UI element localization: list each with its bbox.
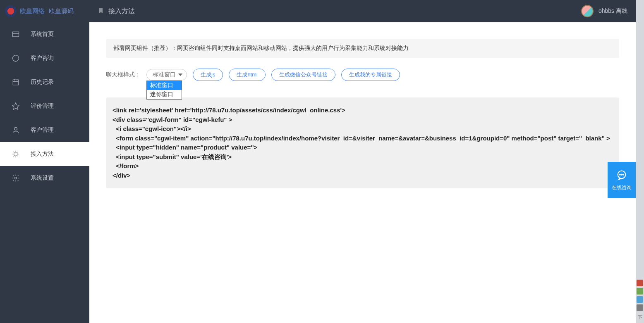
brand-header: 欧皇网络 欧皇源码 <box>0 0 89 22</box>
controls-row: 聊天框样式： 标准窗口 标准窗口 迷你窗口 生成js 生成html 生成微信公众… <box>106 69 619 81</box>
sidebar-item-label: 历史记录 <box>31 78 54 86</box>
svg-line-14 <box>13 152 14 153</box>
svg-point-8 <box>14 127 17 130</box>
window-icon <box>12 30 20 38</box>
sidebar-item-label: 评价管理 <box>31 102 54 110</box>
page-title: 接入方法 <box>108 7 135 16</box>
generate-js-button[interactable]: 生成js <box>193 69 223 81</box>
svg-line-17 <box>17 152 18 153</box>
user-status[interactable]: ohbbs 离线 <box>599 7 627 15</box>
tray-icon[interactable] <box>637 304 643 311</box>
gear-icon <box>12 174 20 182</box>
generate-html-button[interactable]: 生成html <box>229 69 266 81</box>
rail-footer-text: 下 <box>638 314 642 321</box>
sidebar-item-label: 客户管理 <box>31 126 54 134</box>
style-select-value: 标准窗口 <box>153 71 176 78</box>
svg-line-15 <box>17 155 18 157</box>
user-icon <box>12 126 20 134</box>
sidebar-item-label: 客户咨询 <box>31 55 54 62</box>
chat-icon <box>616 169 627 181</box>
svg-point-9 <box>14 152 17 156</box>
dropdown-option-mini[interactable]: 迷你窗口 <box>147 90 182 99</box>
circle-icon <box>12 54 20 62</box>
sidebar-item-customers[interactable]: 客户管理 <box>0 118 89 142</box>
style-dropdown: 标准窗口 迷你窗口 <box>146 81 182 100</box>
style-select-wrap: 标准窗口 标准窗口 迷你窗口 <box>146 69 187 81</box>
sidebar: 欧皇网络 欧皇源码 系统首页 客户咨询 历史记录 <box>0 0 89 323</box>
tray-icon[interactable] <box>637 288 643 294</box>
float-consult-widget[interactable]: 在线咨询 <box>608 162 636 198</box>
system-tray-rail: 下 <box>636 0 644 323</box>
plug-icon <box>12 150 20 158</box>
svg-point-22 <box>623 174 624 175</box>
style-select[interactable]: 标准窗口 <box>146 69 187 81</box>
tray-icon[interactable] <box>637 280 643 286</box>
sidebar-item-history[interactable]: 历史记录 <box>0 70 89 94</box>
topbar: 接入方法 ohbbs 离线 <box>89 0 636 22</box>
sidebar-item-consult[interactable]: 客户咨询 <box>0 46 89 70</box>
tray-icon[interactable] <box>637 296 643 303</box>
generate-wechat-button[interactable]: 生成微信公众号链接 <box>271 69 335 81</box>
brand-name1: 欧皇网络 <box>20 7 45 15</box>
sidebar-item-label: 系统设置 <box>31 174 54 182</box>
dropdown-option-standard[interactable]: 标准窗口 <box>147 81 182 90</box>
svg-line-16 <box>13 155 14 157</box>
chevron-down-icon <box>178 74 182 76</box>
sidebar-item-home[interactable]: 系统首页 <box>0 22 89 46</box>
sidebar-menu: 系统首页 客户咨询 历史记录 评价管理 <box>0 22 89 323</box>
logo-icon <box>5 5 17 17</box>
brand-name2: 欧皇源码 <box>49 7 74 15</box>
content: 部署网页组件（推荐）：网页咨询组件同时支持桌面网站和移动网站，提供强大的用户行为… <box>89 22 636 323</box>
code-snippet[interactable]: <link rel='stylesheet' href='http://78.u… <box>106 97 619 188</box>
avatar[interactable] <box>581 5 594 17</box>
svg-rect-0 <box>13 32 19 37</box>
sidebar-item-label: 系统首页 <box>31 31 54 38</box>
sidebar-item-label: 接入方法 <box>31 150 54 158</box>
bookmark-icon <box>98 7 104 15</box>
main-area: 接入方法 ohbbs 离线 部署网页组件（推荐）：网页咨询组件同时支持桌面网站和… <box>89 0 636 323</box>
svg-point-18 <box>15 177 17 179</box>
svg-point-2 <box>13 55 19 62</box>
calendar-icon <box>12 78 20 86</box>
sidebar-item-access[interactable]: 接入方法 <box>0 142 89 166</box>
svg-rect-3 <box>13 80 18 85</box>
sidebar-item-reviews[interactable]: 评价管理 <box>0 94 89 118</box>
info-banner: 部署网页组件（推荐）：网页咨询组件同时支持桌面网站和移动网站，提供强大的用户行为… <box>106 39 619 58</box>
svg-marker-7 <box>12 103 19 110</box>
generate-mylink-button[interactable]: 生成我的专属链接 <box>341 69 400 81</box>
sidebar-item-settings[interactable]: 系统设置 <box>0 166 89 190</box>
star-icon <box>12 102 20 110</box>
float-consult-label: 在线咨询 <box>612 184 632 191</box>
svg-point-20 <box>620 174 620 175</box>
style-label: 聊天框样式： <box>106 71 141 78</box>
svg-point-21 <box>621 174 622 175</box>
